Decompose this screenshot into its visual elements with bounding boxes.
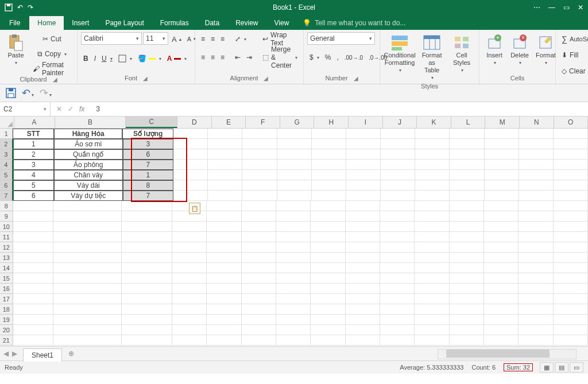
cell-H7[interactable]	[312, 191, 346, 201]
cell-L2[interactable]	[450, 139, 484, 149]
cell-G19[interactable]	[276, 315, 311, 325]
sheet-tab-sheet1[interactable]: Sheet1	[23, 348, 62, 362]
underline-button[interactable]: U▾	[99, 52, 115, 65]
cell-I14[interactable]	[346, 263, 380, 273]
cell-C10[interactable]	[122, 222, 172, 232]
cell-J19[interactable]	[380, 315, 415, 325]
row-header-6[interactable]: 6	[0, 180, 13, 191]
cell-C3[interactable]: 6	[123, 149, 174, 160]
copy-button[interactable]: ⧉Copy▾	[30, 47, 74, 61]
cell-M3[interactable]	[485, 149, 519, 160]
cell-O17[interactable]	[554, 294, 588, 304]
cell-F19[interactable]	[242, 315, 276, 325]
cell-B2[interactable]: Áo sơ mi	[54, 139, 122, 149]
increase-decimal-button[interactable]: .00→.0	[342, 51, 365, 64]
cell-K9[interactable]	[415, 211, 449, 222]
cell-G13[interactable]	[276, 253, 311, 263]
cell-G16[interactable]	[276, 284, 311, 294]
cell-styles-button[interactable]: Cell Styles▾	[448, 32, 475, 75]
cell-K8[interactable]	[415, 201, 449, 211]
cell-J10[interactable]	[380, 222, 415, 232]
tab-file[interactable]: File	[0, 16, 29, 30]
cell-M10[interactable]	[484, 222, 519, 232]
cell-L14[interactable]	[450, 263, 484, 273]
cell-C6[interactable]: 8	[123, 180, 174, 191]
cell-E20[interactable]	[207, 325, 241, 335]
cell-G6[interactable]	[277, 180, 312, 191]
row-header-13[interactable]: 13	[0, 253, 13, 263]
maximize-icon[interactable]: ▭	[563, 3, 570, 11]
cell-D21[interactable]	[172, 335, 207, 346]
cell-M20[interactable]	[484, 325, 519, 335]
cell-D13[interactable]	[172, 253, 207, 263]
cell-A5[interactable]: 4	[13, 170, 54, 180]
cell-M2[interactable]	[485, 139, 519, 149]
cell-M15[interactable]	[484, 273, 519, 284]
cell-F5[interactable]	[242, 170, 277, 180]
cell-K14[interactable]	[415, 263, 449, 273]
cell-I15[interactable]	[346, 273, 380, 284]
cell-N11[interactable]	[519, 232, 553, 242]
cell-L12[interactable]	[450, 242, 484, 253]
cell-L5[interactable]	[450, 170, 484, 180]
row-header-15[interactable]: 15	[0, 273, 13, 284]
cell-F6[interactable]	[242, 180, 277, 191]
cell-C14[interactable]	[122, 263, 172, 273]
cell-H1[interactable]	[312, 129, 346, 139]
cell-G18[interactable]	[276, 304, 311, 315]
cell-J20[interactable]	[380, 325, 415, 335]
cell-B7[interactable]: Váy dự tiệc	[54, 191, 122, 201]
cell-N5[interactable]	[519, 170, 554, 180]
cell-J4[interactable]	[381, 160, 415, 170]
row-header-5[interactable]: 5	[0, 170, 13, 180]
cell-D7[interactable]	[173, 191, 208, 201]
cell-K21[interactable]	[415, 335, 449, 346]
horizontal-scrollbar[interactable]	[438, 349, 577, 359]
cell-D2[interactable]	[173, 139, 208, 149]
column-header-M[interactable]: M	[485, 117, 520, 128]
cell-I4[interactable]	[346, 160, 381, 170]
format-cells-button[interactable]: Format▾	[533, 32, 558, 68]
cell-J3[interactable]	[381, 149, 415, 160]
cell-O18[interactable]	[554, 304, 588, 315]
cell-G3[interactable]	[277, 149, 312, 160]
cell-M14[interactable]	[484, 263, 519, 273]
cell-I7[interactable]	[346, 191, 381, 201]
cell-D20[interactable]	[172, 325, 207, 335]
cell-F10[interactable]	[242, 222, 276, 232]
cell-E19[interactable]	[207, 315, 241, 325]
cell-E14[interactable]	[207, 263, 241, 273]
cell-O10[interactable]	[554, 222, 588, 232]
cell-J15[interactable]	[380, 273, 415, 284]
cell-O21[interactable]	[554, 335, 588, 346]
cell-K18[interactable]	[415, 304, 449, 315]
cell-K1[interactable]	[415, 129, 450, 139]
autosum-button[interactable]: ∑AutoSum	[559, 32, 588, 46]
row-header-10[interactable]: 10	[0, 222, 13, 232]
cell-N15[interactable]	[519, 273, 553, 284]
cell-A20[interactable]	[13, 325, 54, 335]
minimize-icon[interactable]: —	[548, 3, 555, 11]
cell-G5[interactable]	[277, 170, 312, 180]
tab-insert[interactable]: Insert	[64, 16, 97, 30]
cell-L19[interactable]	[450, 315, 484, 325]
align-middle-button[interactable]: ≡	[208, 32, 217, 46]
italic-button[interactable]: I	[92, 52, 98, 65]
undo-button[interactable]: ↶▾	[22, 87, 34, 99]
cell-K17[interactable]	[415, 294, 449, 304]
column-header-J[interactable]: J	[383, 117, 417, 128]
font-name-select[interactable]: Calibri▾	[81, 32, 142, 45]
tab-formulas[interactable]: Formulas	[152, 16, 197, 30]
cell-E6[interactable]	[208, 180, 242, 191]
cell-G14[interactable]	[276, 263, 311, 273]
cell-D18[interactable]	[172, 304, 207, 315]
cell-B17[interactable]	[53, 294, 122, 304]
cell-H8[interactable]	[311, 201, 345, 211]
cell-A1[interactable]: STT	[13, 129, 53, 139]
cell-G20[interactable]	[276, 325, 311, 335]
cell-H13[interactable]	[311, 253, 345, 263]
cell-I10[interactable]	[346, 222, 380, 232]
cell-C15[interactable]	[122, 273, 172, 284]
cell-A16[interactable]	[13, 284, 54, 294]
cell-C2[interactable]: 3	[123, 139, 174, 149]
